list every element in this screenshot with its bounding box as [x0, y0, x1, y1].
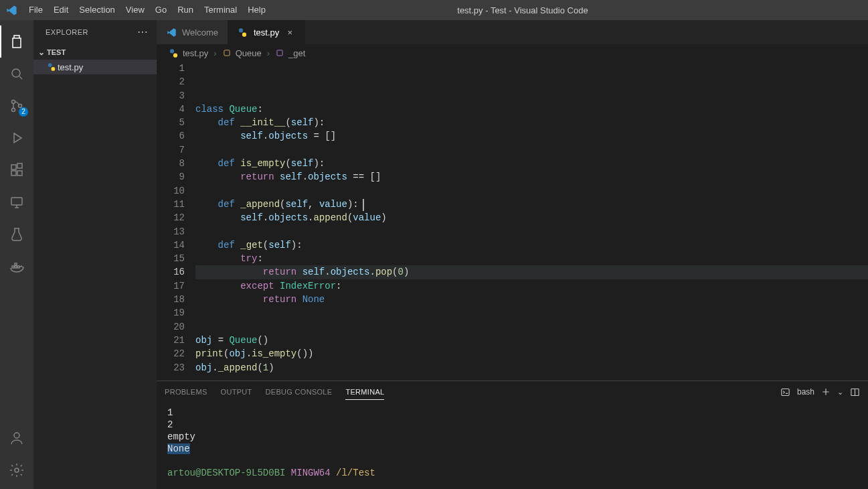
code-line[interactable]	[195, 320, 868, 334]
menu-item-edit[interactable]: Edit	[48, 0, 74, 20]
breadcrumbs[interactable]: test.py›Queue›_get	[157, 44, 868, 62]
explorer-icon[interactable]	[0, 25, 33, 58]
code-line[interactable]: obj = Queue()	[195, 334, 868, 347]
code-line[interactable]: class Queue:	[195, 102, 868, 116]
svg-rect-22	[277, 50, 282, 56]
line-number: 5	[157, 116, 185, 129]
docker-icon[interactable]	[0, 251, 33, 283]
line-number: 7	[157, 143, 185, 157]
line-number: 2	[157, 75, 185, 88]
line-number: 20	[157, 320, 185, 334]
close-icon[interactable]: ×	[284, 27, 295, 38]
sidebar-more-icon[interactable]: ⋯	[137, 25, 149, 38]
line-number: 1	[157, 62, 185, 75]
svg-rect-9	[12, 266, 14, 268]
sidebar-title: EXPLORER	[46, 28, 88, 36]
code-line[interactable]	[195, 184, 868, 198]
search-icon[interactable]	[0, 58, 33, 90]
code-line[interactable]	[195, 75, 868, 88]
breadcrumb-label[interactable]: Queue	[236, 48, 262, 58]
menu-item-help[interactable]: Help	[242, 0, 271, 20]
line-number: 11	[157, 198, 185, 211]
remote-icon[interactable]	[0, 186, 33, 218]
sidebar-header: EXPLORER ⋯	[33, 20, 157, 44]
menu-item-view[interactable]: View	[120, 0, 150, 20]
testing-icon[interactable]	[0, 218, 33, 251]
terminal-launch-icon[interactable]	[780, 387, 790, 397]
breadcrumb-label[interactable]: _get	[288, 48, 305, 58]
code-line[interactable]: def is_empty(self):	[195, 157, 868, 170]
line-number: 13	[157, 225, 185, 238]
bottom-panel: PROBLEMSOUTPUTDEBUG CONSOLETERMINAL bash…	[157, 380, 868, 489]
menu-item-selection[interactable]: Selection	[74, 0, 120, 20]
svg-rect-7	[17, 163, 22, 168]
svg-point-14	[15, 468, 19, 472]
menu-item-go[interactable]: Go	[150, 0, 172, 20]
line-number: 23	[157, 361, 185, 374]
file-tree-item[interactable]: test.py	[33, 60, 157, 74]
line-number: 22	[157, 347, 185, 360]
panel-tab-debug-console[interactable]: DEBUG CONSOLE	[266, 385, 333, 400]
editor-tabs: Welcometest.py×	[157, 20, 868, 44]
code-line[interactable]: return self.objects.pop(0)	[195, 265, 868, 279]
code-line[interactable]	[195, 225, 868, 238]
menu-item-terminal[interactable]: Terminal	[199, 0, 242, 20]
run-debug-icon[interactable]	[0, 122, 33, 154]
code-line[interactable]: return self.objects == []	[195, 170, 868, 184]
line-number: 12	[157, 211, 185, 224]
svg-rect-6	[17, 171, 22, 176]
activity-badge: 2	[19, 107, 28, 117]
code-line[interactable]: except IndexError:	[195, 279, 868, 293]
code-line[interactable]: def _append(self, value):	[195, 198, 868, 211]
menu-item-run[interactable]: Run	[172, 0, 199, 20]
menu-bar: FileEditSelectionViewGoRunTerminalHelp	[23, 0, 271, 20]
breadcrumb-label[interactable]: test.py	[183, 48, 208, 58]
terminal-output[interactable]: 12emptyNoneartou@DESKTOP-9L5D0BI MINGW64…	[157, 403, 868, 489]
svg-point-13	[14, 433, 19, 438]
code-line[interactable]: self.objects = []	[195, 129, 868, 143]
chevron-right-icon: ›	[211, 48, 219, 58]
code-editor[interactable]: 1234567891011121314151617181920212223 cl…	[157, 62, 868, 380]
panel-tab-output[interactable]: OUTPUT	[221, 385, 252, 400]
code-line[interactable]: try:	[195, 252, 868, 265]
code-line[interactable]	[195, 306, 868, 320]
code-line[interactable]: def __init__(self):	[195, 116, 868, 129]
code-content[interactable]: class Queue: def __init__(self): self.ob…	[195, 62, 868, 380]
line-number: 3	[157, 89, 185, 102]
terminal-prompt[interactable]: artou@DESKTOP-9L5D0BI MINGW64 /l/Test	[167, 467, 857, 479]
new-terminal-icon[interactable]	[821, 387, 831, 397]
editor-tab[interactable]: test.py×	[228, 20, 305, 44]
chevron-down-icon: ⌄	[36, 48, 47, 57]
line-number: 15	[157, 252, 185, 265]
editor-tab[interactable]: Welcome	[157, 20, 228, 44]
terminal-shell-label[interactable]: bash	[797, 387, 814, 397]
menu-item-file[interactable]: File	[23, 0, 48, 20]
source-control-icon[interactable]: 2	[0, 90, 33, 122]
settings-gear-icon[interactable]	[0, 454, 33, 486]
terminal-line: 2	[167, 419, 857, 431]
split-panel-icon[interactable]	[850, 387, 860, 397]
chevron-down-icon[interactable]: ⌄	[837, 388, 843, 397]
line-number: 14	[157, 238, 185, 252]
accounts-icon[interactable]	[0, 422, 33, 454]
svg-point-16	[51, 67, 55, 71]
extensions-icon[interactable]	[0, 154, 33, 186]
panel-tabs: PROBLEMSOUTPUTDEBUG CONSOLETERMINAL bash…	[157, 381, 868, 403]
svg-rect-23	[782, 389, 789, 395]
code-line[interactable]: def _get(self):	[195, 238, 868, 252]
code-line[interactable]	[195, 62, 868, 75]
code-line[interactable]: obj._append(1)	[195, 361, 868, 374]
terminal-line: empty	[167, 431, 857, 443]
code-line[interactable]	[195, 89, 868, 102]
panel-tab-problems[interactable]: PROBLEMS	[165, 385, 207, 400]
tab-label: test.py	[254, 27, 279, 38]
folder-section-header[interactable]: ⌄ TEST	[33, 45, 157, 60]
code-line[interactable]	[195, 143, 868, 157]
code-line[interactable]: print(obj.is_empty())	[195, 347, 868, 360]
python-file-icon	[169, 48, 179, 58]
code-line[interactable]: self.objects.append(value)	[195, 211, 868, 224]
panel-tab-terminal[interactable]: TERMINAL	[345, 385, 384, 400]
editor-area: Welcometest.py× test.py›Queue›_get 12345…	[157, 20, 868, 489]
code-line[interactable]: return None	[195, 293, 868, 306]
file-name-label: test.py	[58, 62, 83, 72]
